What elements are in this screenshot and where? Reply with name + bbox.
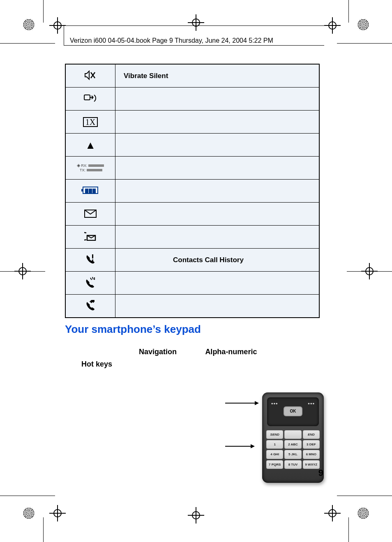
section-heading: Your smartphone’s keypad (65, 323, 320, 336)
cross-mark-footer-right (324, 505, 341, 521)
hold-desc (115, 295, 320, 318)
call-hold-icon (85, 300, 96, 312)
page-header-text: Verizon i600 04-05-04.book Page 9 Thursd… (70, 37, 273, 44)
table-row: ▲ (65, 134, 319, 157)
mute-label: Vibrate Silent (124, 72, 168, 80)
rxtx-desc (115, 157, 320, 180)
crop-rule-br-v (348, 517, 349, 542)
key-6: 6 MNO (303, 450, 320, 459)
svg-rect-3 (92, 254, 93, 258)
table-row: 1X (65, 111, 319, 134)
alpha-label: Alpha-numeric (205, 348, 257, 356)
incoming-call-icon (85, 277, 96, 289)
crop-rule-tr-v (348, 0, 349, 23)
rxtx-icon-cell: ◈ RX: TX: (65, 157, 115, 180)
key-3: 3 DEF (303, 440, 320, 449)
send-key: SEND (266, 430, 283, 439)
reg-mark-tr (357, 18, 369, 31)
softkey-right-icon: ••• (308, 401, 315, 407)
envelope-icon (84, 209, 97, 219)
arrow-bottom (225, 446, 254, 447)
missed-icon-cell (65, 249, 115, 272)
missed-call-icon (85, 254, 96, 266)
page-header-rule (64, 45, 324, 46)
hold-icon-cell (65, 295, 115, 318)
header-frame-left (64, 25, 64, 45)
key-5: 5 JKL (284, 450, 301, 459)
table-row (65, 88, 319, 111)
roam-icon-cell: ▲ (65, 134, 115, 157)
phone-illustration: ••• ••• OK SEND END 1 2 ABC 3 DEF 4 GHI … (250, 388, 332, 495)
cross-mark-header-left (49, 17, 66, 34)
voicemail-icon-cell (65, 226, 115, 249)
crop-rule-left-h (0, 271, 45, 272)
table-row (65, 203, 319, 226)
mute-icon-cell (65, 64, 115, 88)
rx-label: RX: (81, 164, 87, 168)
call-forward-icon (83, 93, 97, 105)
onex-desc (115, 111, 320, 134)
crop-rule-right-h (347, 271, 392, 272)
page-number: 9 (69, 468, 323, 478)
forward-desc (115, 88, 320, 111)
svg-rect-0 (84, 95, 90, 100)
voicemail-icon (84, 232, 97, 242)
onex-icon-cell: 1X (65, 111, 115, 134)
crop-rule-bl-v (43, 517, 44, 542)
icon-table: Vibrate Silent 1X ▲ (65, 64, 320, 318)
cross-mark-header-right (324, 17, 341, 34)
table-row (65, 180, 319, 203)
incoming-icon-cell (65, 272, 115, 295)
table-row (65, 295, 319, 318)
forward-icon-cell (65, 88, 115, 111)
speaker-mute-icon (84, 70, 97, 82)
battery-icon-cell (65, 180, 115, 203)
battery-icon (83, 187, 98, 194)
reg-mark-bl (23, 507, 35, 519)
hot-label: Hot keys (81, 360, 112, 368)
voicemail-desc (115, 226, 320, 249)
reg-mark-br (357, 507, 369, 519)
key-4: 4 GHI (266, 450, 283, 459)
nav-label: Navigation (139, 348, 177, 356)
cross-mark-bottom (188, 507, 204, 524)
tx-label: TX: (80, 168, 85, 172)
blank-key (284, 430, 301, 439)
svg-point-4 (92, 259, 94, 261)
ok-button-icon: OK (284, 406, 302, 416)
crop-rule-bottom-b (337, 496, 392, 496)
end-key: END (303, 430, 320, 439)
arrow-top (225, 403, 258, 404)
rxtx-icon: ◈ RX: TX: (77, 163, 104, 173)
crop-rule-tl-v (43, 0, 44, 23)
missed-desc: Contacts Call History (115, 249, 320, 272)
cross-mark-footer-left (49, 505, 66, 521)
key-1: 1 (266, 440, 283, 449)
content-area: Vibrate Silent 1X ▲ (65, 64, 320, 370)
reg-mark-tl (23, 18, 35, 31)
table-row: Vibrate Silent (65, 64, 319, 88)
battery-desc (115, 180, 320, 203)
crop-rule-bottom-a (0, 496, 55, 496)
missed-label: Contacts Call History (173, 256, 244, 264)
header-frame-top (64, 25, 324, 26)
triangle-up-icon: ▲ (85, 140, 96, 150)
mute-desc: Vibrate Silent (115, 64, 320, 88)
table-row (65, 226, 319, 249)
table-row (65, 272, 319, 295)
crop-rule-top-a (0, 43, 55, 44)
phone-nav-area: ••• ••• OK (267, 397, 319, 426)
envelope-icon-cell (65, 203, 115, 226)
table-row: Contacts Call History (65, 249, 319, 272)
roam-desc (115, 134, 320, 157)
incoming-desc (115, 272, 320, 295)
key-2: 2 ABC (284, 440, 301, 449)
table-row: ◈ RX: TX: (65, 157, 319, 180)
keypad-labels: Navigation Alpha-numeric Hot keys (65, 346, 320, 370)
crop-rule-top-b (337, 43, 392, 44)
cross-mark-top (188, 14, 204, 31)
envelope-desc (115, 203, 320, 226)
one-x-icon: 1X (83, 117, 98, 127)
softkey-left-icon: ••• (271, 401, 278, 407)
